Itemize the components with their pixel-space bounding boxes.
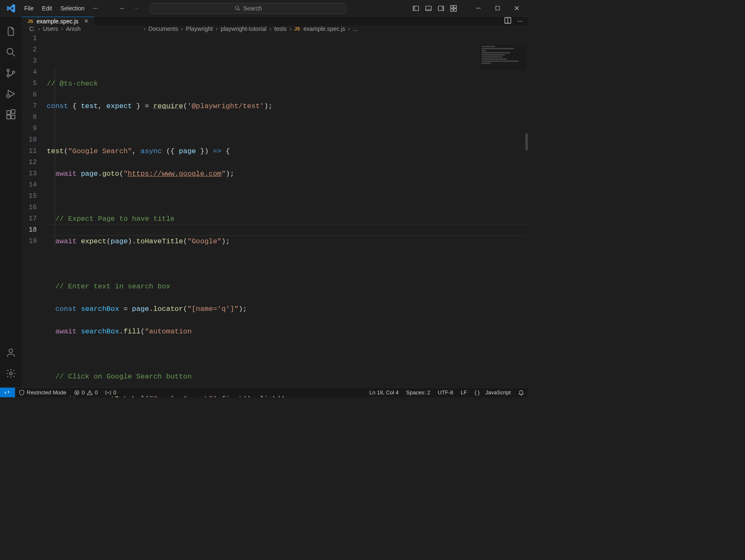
vscode-logo-icon: [4, 2, 18, 15]
tab-actions: ⋯: [504, 17, 528, 25]
js-file-icon: JS: [294, 26, 300, 31]
chevron-right-icon: ›: [215, 25, 219, 32]
tab-example-spec[interactable]: JS example.spec.js ×: [22, 17, 94, 25]
editor-group: JS example.spec.js × ⋯ C:› Users› Anish …: [22, 17, 528, 387]
tab-close-icon[interactable]: ×: [84, 18, 88, 25]
crumb-drive[interactable]: C:: [29, 25, 35, 32]
svg-rect-24: [7, 115, 10, 119]
nav-back-icon[interactable]: ←: [119, 5, 126, 12]
menu-edit[interactable]: Edit: [38, 3, 56, 13]
svg-rect-12: [476, 8, 481, 8]
svg-point-27: [9, 349, 13, 353]
toggle-primary-sidebar-icon[interactable]: [413, 5, 419, 12]
menu-file[interactable]: File: [20, 3, 38, 13]
svg-rect-25: [11, 115, 15, 119]
toggle-panel-icon[interactable]: [425, 5, 432, 12]
more-actions-icon[interactable]: ⋯: [517, 18, 523, 24]
crumb-file[interactable]: example.spec.js: [303, 25, 345, 32]
search-placeholder: Search: [243, 5, 262, 12]
svg-point-20: [13, 71, 15, 73]
main-row: JS example.spec.js × ⋯ C:› Users› Anish …: [0, 17, 528, 387]
window-controls: [469, 0, 526, 17]
svg-point-19: [7, 75, 9, 77]
svg-point-22: [8, 96, 8, 96]
chevron-right-icon: ›: [142, 25, 147, 32]
svg-rect-13: [496, 6, 499, 10]
window-minimize-icon[interactable]: [469, 0, 488, 17]
editor-area[interactable]: 1234 5678 9101112 13141516 171819 // @ts…: [22, 32, 528, 397]
svg-rect-7: [442, 6, 444, 10]
window-close-icon[interactable]: [507, 0, 526, 17]
svg-point-0: [235, 6, 238, 9]
crumb-documents[interactable]: Documents: [149, 25, 178, 32]
line-gutter: 1234 5678 9101112 13141516 171819: [22, 32, 47, 397]
crumb-more[interactable]: ...: [353, 25, 358, 32]
chevron-right-icon: ›: [288, 25, 293, 32]
menu-more-icon[interactable]: ⋯: [89, 3, 102, 13]
tab-title: example.spec.js: [36, 18, 78, 25]
svg-rect-23: [7, 111, 10, 114]
toggle-secondary-sidebar-icon[interactable]: [438, 5, 444, 12]
title-actions: [413, 0, 528, 17]
svg-rect-10: [451, 9, 453, 11]
activity-bar: [0, 17, 22, 387]
svg-point-18: [7, 69, 9, 71]
crumb-playwright[interactable]: Playwright: [186, 25, 213, 32]
chevron-right-icon: ›: [37, 25, 41, 32]
svg-rect-26: [11, 110, 15, 114]
activity-bottom: [0, 342, 22, 384]
minimap[interactable]: [479, 45, 526, 70]
svg-line-1: [238, 9, 240, 10]
svg-rect-9: [454, 5, 456, 8]
split-editor-icon[interactable]: [504, 17, 512, 25]
js-file-icon: JS: [28, 19, 33, 24]
svg-rect-3: [413, 6, 416, 10]
nav-controls: ← →: [119, 5, 140, 12]
nav-forward-icon: →: [133, 5, 140, 12]
crumb-anish[interactable]: Anish: [66, 25, 81, 32]
chevron-right-icon: ›: [347, 25, 352, 32]
activity-scm-icon[interactable]: [0, 63, 22, 83]
activity-debug-icon[interactable]: [0, 83, 22, 104]
chevron-right-icon: ›: [180, 25, 184, 32]
activity-extensions-icon[interactable]: [0, 104, 22, 125]
activity-accounts-icon[interactable]: [0, 342, 22, 363]
crumb-tutorial[interactable]: playwright-tutorial: [220, 25, 266, 32]
chevron-right-icon: ›: [60, 25, 64, 32]
crumb-users[interactable]: Users: [43, 25, 58, 32]
crumb-tests[interactable]: tests: [274, 25, 287, 32]
menu-selection[interactable]: Selection: [56, 3, 89, 13]
activity-explorer-icon[interactable]: [0, 21, 22, 42]
menu-bar: File Edit Selection ⋯: [20, 3, 102, 13]
breadcrumb[interactable]: C:› Users› Anish › Documents› Playwright…: [22, 25, 528, 32]
svg-line-17: [12, 53, 15, 56]
chevron-right-icon: ›: [268, 25, 273, 32]
activity-settings-icon[interactable]: [0, 363, 22, 384]
svg-point-28: [10, 372, 13, 375]
command-center-search[interactable]: Search: [150, 3, 346, 14]
window-maximize-icon[interactable]: [488, 0, 507, 17]
svg-rect-8: [451, 5, 453, 8]
svg-rect-11: [454, 9, 456, 11]
code-content[interactable]: // @ts-check const { test, expect } = re…: [47, 32, 528, 397]
scrollbar-thumb[interactable]: [525, 134, 528, 150]
status-remote-icon[interactable]: [0, 388, 15, 398]
tabs-bar: JS example.spec.js × ⋯: [22, 17, 528, 25]
activity-search-icon[interactable]: [0, 42, 22, 63]
svg-point-16: [7, 48, 13, 54]
svg-rect-5: [426, 9, 431, 10]
search-icon: [235, 5, 241, 11]
customize-layout-icon[interactable]: [450, 5, 457, 12]
title-bar: File Edit Selection ⋯ ← → Search: [0, 0, 528, 17]
